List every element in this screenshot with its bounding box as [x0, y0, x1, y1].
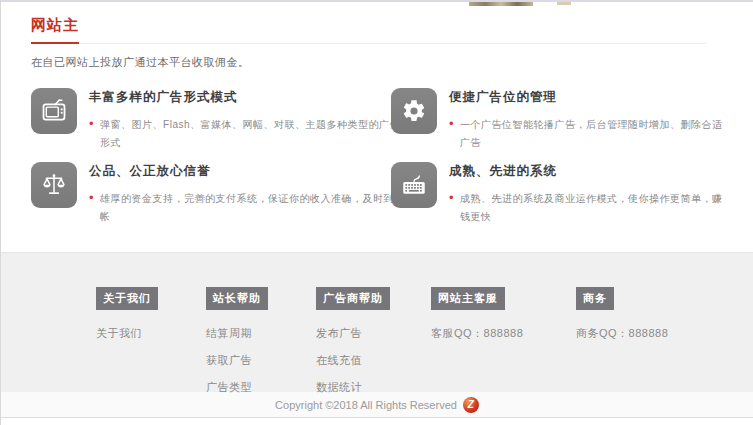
page: 网站主 在自已网站上投放广通过本平台收取佣金。 丰富多样的广告形式	[0, 0, 753, 425]
title-divider	[31, 43, 706, 44]
features-grid: 丰富多样的广告形式模式 • 弹窗、图片、Flash、富媒体、网幅、对联、主题多种…	[31, 86, 723, 226]
footer-col-about: 关于我们 关于我们	[96, 287, 206, 392]
feature-desc: 雄厚的资金支持，完善的支付系统，保证你的收入准确，及时到帐	[100, 190, 400, 225]
footer-link-get-ads[interactable]: 获取广告	[206, 353, 316, 368]
scales-icon	[31, 162, 77, 208]
site-logo: Z	[463, 397, 479, 413]
tv-icon	[31, 88, 77, 134]
feature-ad-formats: 丰富多样的广告形式模式 • 弹窗、图片、Flash、富媒体、网幅、对联、主题多种…	[31, 86, 391, 152]
feature-title: 丰富多样的广告形式模式	[89, 89, 400, 106]
page-subtitle: 在自已网站上投放广通过本平台收取佣金。	[31, 55, 723, 70]
copyright-bar: Copyright ©2018 All Rights Reserved Z	[1, 392, 753, 418]
footer-link-publish-ads[interactable]: 发布广告	[316, 326, 431, 341]
page-title: 网站主	[31, 16, 79, 44]
bullet-dot: •	[449, 116, 454, 151]
cutoff-photo-fragment-small	[557, 2, 571, 5]
gear-icon	[391, 88, 437, 134]
footer-col-header: 关于我们	[96, 287, 158, 310]
footer-col-header: 网站主客服	[431, 287, 505, 310]
footer-business-qq: 商务QQ：888888	[576, 326, 668, 341]
footer-link-online-recharge[interactable]: 在线充值	[316, 353, 431, 368]
feature-system: 成熟、先进的系统 • 成熟、先进的系统及商业运作模式，使你操作更简单，赚钱更快	[391, 160, 732, 226]
footer-col-business: 商务 商务QQ：888888	[576, 287, 668, 392]
footer-col-header: 站长帮助	[206, 287, 268, 310]
bottom-strip	[1, 418, 753, 424]
feature-desc: 一个广告位智能轮播广告，后台管理随时增加、删除合适广告	[460, 116, 732, 151]
footer-col-webmaster-help: 站长帮助 结算周期 获取广告 广告类型	[206, 287, 316, 392]
bullet-dot: •	[89, 190, 94, 225]
feature-desc: 弹窗、图片、Flash、富媒体、网幅、对联、主题多种类型的广告形式	[100, 116, 400, 151]
keyboard-icon	[391, 162, 437, 208]
footer: 关于我们 关于我们 站长帮助 结算周期 获取广告 广告类型 广告商帮助 发布广告…	[1, 252, 753, 392]
website-owner-section: 网站主 在自已网站上投放广通过本平台收取佣金。 丰富多样的广告形式	[1, 2, 753, 252]
copyright-text: Copyright ©2018 All Rights Reserved	[275, 399, 457, 411]
footer-link-ad-types[interactable]: 广告类型	[206, 380, 316, 395]
footer-col-owner-service: 网站主客服 客服QQ：888888	[431, 287, 576, 392]
footer-link-about-us[interactable]: 关于我们	[96, 326, 206, 341]
feature-slot-management: 便捷广告位的管理 • 一个广告位智能轮播广告，后台管理随时增加、删除合适广告	[391, 86, 732, 152]
bullet-dot: •	[89, 116, 94, 151]
bullet-dot: •	[449, 190, 454, 225]
footer-link-settlement-cycle[interactable]: 结算周期	[206, 326, 316, 341]
feature-desc: 成熟、先进的系统及商业运作模式，使你操作更简单，赚钱更快	[460, 190, 732, 225]
feature-title: 公品、公正放心信誉	[89, 163, 400, 180]
footer-col-header: 商务	[576, 287, 614, 310]
footer-col-header: 广告商帮助	[316, 287, 390, 310]
footer-service-qq: 客服QQ：888888	[431, 326, 576, 341]
cutoff-photo-fragment	[469, 2, 533, 6]
feature-trust: 公品、公正放心信誉 • 雄厚的资金支持，完善的支付系统，保证你的收入准确，及时到…	[31, 160, 391, 226]
footer-link-data-stats[interactable]: 数据统计	[316, 380, 431, 395]
feature-title: 成熟、先进的系统	[449, 163, 732, 180]
footer-col-advertiser-help: 广告商帮助 发布广告 在线充值 数据统计	[316, 287, 431, 392]
feature-title: 便捷广告位的管理	[449, 89, 732, 106]
